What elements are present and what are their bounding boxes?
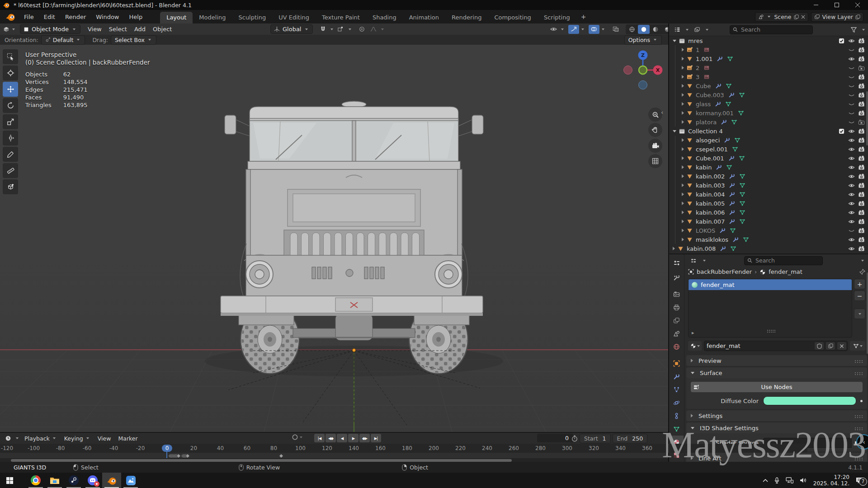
- viewport-3d[interactable]: User Perspective (0) Scene Collection | …: [0, 45, 668, 432]
- panel-preview[interactable]: Preview: [686, 355, 867, 366]
- render-camera-icon[interactable]: [858, 92, 865, 98]
- slot-specials-dropdown[interactable]: [854, 309, 865, 319]
- properties-search-input[interactable]: [755, 257, 820, 264]
- mesh-data-icon[interactable]: [739, 155, 745, 161]
- taskbar-explorer[interactable]: [45, 473, 64, 488]
- snap-target-button[interactable]: [335, 25, 346, 34]
- outliner-row[interactable]: kormany.001: [669, 108, 868, 117]
- unlink-material-button[interactable]: [837, 342, 846, 350]
- expand-chevron-icon[interactable]: [682, 147, 684, 151]
- hide-eye-icon[interactable]: [848, 146, 855, 152]
- start-button[interactable]: [0, 473, 19, 488]
- workspace-tab[interactable]: Rendering: [445, 12, 488, 23]
- workspace-tab[interactable]: Compositing: [488, 12, 538, 23]
- render-camera-icon[interactable]: [858, 155, 865, 161]
- transport-button[interactable]: ◀: [337, 434, 347, 442]
- mesh-data-icon[interactable]: [738, 110, 744, 116]
- image-data-icon[interactable]: [703, 65, 710, 71]
- hide-eye-icon[interactable]: [848, 164, 855, 170]
- expand-chevron-icon[interactable]: [682, 174, 684, 178]
- timeline-ruler[interactable]: -120-100-80-60-40-2002040608010012014016…: [0, 444, 807, 453]
- hidden-eye-icon[interactable]: [848, 228, 855, 234]
- mesh-data-icon[interactable]: [739, 218, 745, 225]
- render-camera-icon[interactable]: [858, 245, 865, 252]
- hidden-eye-icon[interactable]: [848, 47, 855, 53]
- mesh-data-icon[interactable]: [739, 173, 745, 179]
- proportional-editing-toggle[interactable]: [356, 25, 367, 34]
- maximize-button[interactable]: [826, 0, 847, 10]
- modifier-wrench-icon[interactable]: [724, 137, 730, 143]
- panel-grip-icon[interactable]: [855, 372, 863, 373]
- copy-icon[interactable]: [794, 14, 799, 19]
- expand-chevron-icon[interactable]: [682, 220, 684, 223]
- render-camera-icon[interactable]: [858, 236, 865, 243]
- dropdown-chevron-icon[interactable]: [706, 29, 708, 31]
- browse-material-button[interactable]: [688, 341, 702, 351]
- menu-item[interactable]: File: [19, 12, 39, 22]
- menu-item[interactable]: Window: [91, 12, 124, 22]
- mesh-data-icon[interactable]: [739, 92, 745, 98]
- diffuse-color-swatch[interactable]: [763, 396, 856, 405]
- pin-icon[interactable]: [859, 269, 865, 275]
- expand-chevron-icon[interactable]: [682, 138, 684, 142]
- properties-search[interactable]: [744, 256, 823, 265]
- shading-solid-button[interactable]: [638, 25, 650, 34]
- dropdown-chevron-icon[interactable]: [330, 28, 333, 30]
- timeline-editor-type-button[interactable]: [3, 434, 14, 443]
- hide-eye-icon[interactable]: [848, 192, 855, 197]
- transport-button[interactable]: ◆▶: [359, 434, 370, 442]
- modifier-wrench-icon[interactable]: [719, 227, 726, 234]
- mesh-data-icon[interactable]: [725, 101, 731, 107]
- modifier-wrench-icon[interactable]: [728, 92, 735, 98]
- mesh-data-icon[interactable]: [726, 83, 732, 89]
- expand-chevron-icon[interactable]: [682, 120, 684, 124]
- taskbar-clock[interactable]: 17:20 2025. 04. 12.: [813, 474, 849, 487]
- outliner-row[interactable]: alsogeci: [669, 136, 868, 145]
- fake-user-shield-button[interactable]: [815, 342, 824, 350]
- modifier-wrench-icon[interactable]: [729, 200, 735, 206]
- collection-checkbox[interactable]: [839, 38, 844, 44]
- tab-constraints[interactable]: [670, 409, 684, 422]
- render-camera-icon[interactable]: [858, 173, 865, 179]
- pan-view-button[interactable]: [648, 123, 662, 137]
- orientation-dropdown[interactable]: Global: [270, 24, 313, 34]
- expand-chevron-icon[interactable]: [682, 192, 684, 196]
- outliner-row[interactable]: csepel.001: [669, 145, 868, 154]
- properties-editor-type-button[interactable]: [670, 256, 684, 269]
- frame-end-field[interactable]: End250: [613, 434, 648, 443]
- viewport-menu-item[interactable]: View: [84, 24, 105, 34]
- panel-surface[interactable]: Surface: [686, 367, 867, 378]
- taskbar-blender[interactable]: [102, 473, 121, 488]
- hidden-eye-icon[interactable]: [848, 65, 855, 71]
- network-icon[interactable]: [786, 477, 793, 483]
- panel-grip-icon[interactable]: [855, 415, 863, 416]
- zoom-view-button[interactable]: [648, 108, 662, 122]
- modifier-wrench-icon[interactable]: [717, 56, 723, 62]
- tool-transform[interactable]: [3, 131, 18, 145]
- expand-chevron-icon[interactable]: [682, 165, 684, 169]
- workspace-tab[interactable]: Texture Paint: [316, 12, 366, 23]
- tool-scale[interactable]: [3, 114, 18, 129]
- modifier-wrench-icon[interactable]: [720, 245, 726, 252]
- mesh-data-icon[interactable]: [739, 182, 745, 188]
- tab-object[interactable]: [670, 357, 684, 370]
- toggle-ortho-button[interactable]: [648, 154, 662, 168]
- expand-chevron-icon[interactable]: [682, 75, 684, 79]
- tab-data[interactable]: [670, 422, 684, 436]
- render-camera-icon[interactable]: [858, 146, 865, 152]
- viewport-menu-item[interactable]: Add: [131, 24, 149, 34]
- expand-chevron-icon[interactable]: [673, 247, 675, 250]
- expand-chevron-icon[interactable]: [682, 202, 684, 205]
- render-camera-icon[interactable]: [858, 110, 865, 116]
- render-camera-icon[interactable]: [858, 56, 865, 62]
- hide-eye-icon[interactable]: [848, 174, 855, 179]
- outliner-display-mode-button[interactable]: [692, 25, 703, 34]
- hide-eye-icon[interactable]: [848, 219, 855, 225]
- outliner-row[interactable]: mres: [669, 36, 868, 45]
- timeline-menu-item[interactable]: View: [94, 434, 115, 443]
- scene-selector[interactable]: Scene: [755, 12, 808, 22]
- microphone-icon[interactable]: [774, 477, 779, 484]
- modifier-wrench-icon[interactable]: [729, 209, 735, 216]
- outliner-row[interactable]: kabin.007: [669, 217, 868, 226]
- tab-view-layer[interactable]: [670, 314, 684, 327]
